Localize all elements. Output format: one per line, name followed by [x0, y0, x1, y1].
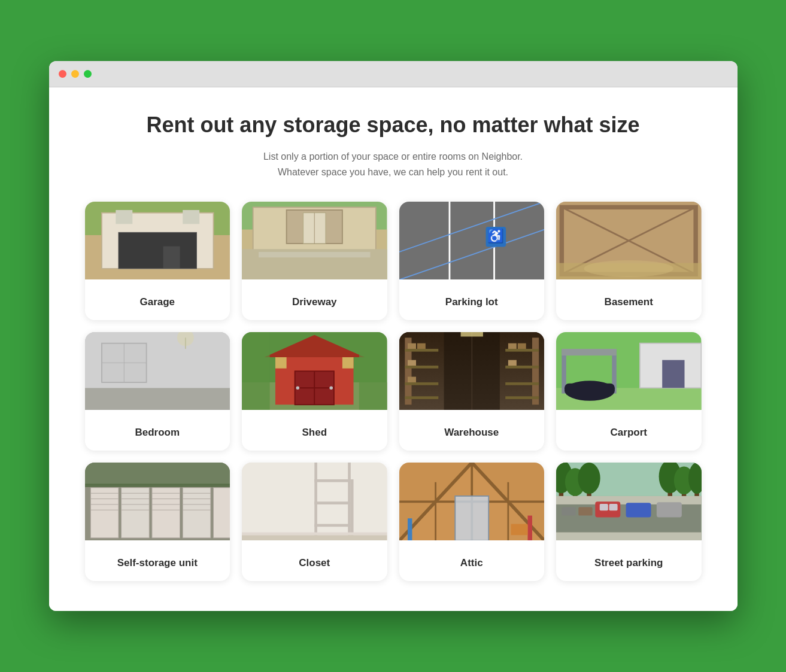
svg-rect-160 [578, 507, 592, 515]
storage-label-closet: Closet [242, 546, 387, 581]
storage-image-warehouse [399, 332, 545, 416]
storage-type-grid: Garage Driveway ♿ Parking lot Basement [85, 202, 702, 581]
svg-rect-92 [85, 484, 230, 487]
storage-image-parking-lot: ♿ [399, 202, 545, 285]
svg-rect-71 [417, 343, 425, 348]
storage-card-street-parking[interactable]: Street parking [556, 463, 702, 581]
svg-rect-57 [359, 332, 387, 411]
storage-image-self-storage-unit [85, 463, 230, 546]
svg-rect-18 [259, 252, 371, 257]
storage-label-shed: Shed [242, 416, 387, 451]
svg-rect-132 [455, 496, 488, 541]
svg-rect-19 [399, 202, 544, 280]
storage-label-self-storage-unit: Self-storage unit [85, 546, 230, 581]
storage-label-driveway: Driveway [242, 285, 387, 320]
storage-image-carport [556, 332, 702, 416]
svg-rect-120 [314, 524, 351, 527]
svg-rect-159 [562, 507, 575, 515]
svg-rect-93 [90, 488, 119, 538]
svg-rect-96 [183, 488, 211, 538]
svg-rect-6 [116, 210, 132, 224]
svg-rect-158 [609, 504, 618, 510]
storage-label-carport: Carport [556, 416, 702, 451]
svg-rect-4 [118, 232, 196, 269]
svg-rect-8 [163, 246, 180, 268]
svg-rect-134 [408, 518, 412, 540]
svg-point-55 [329, 386, 333, 390]
storage-image-garage [85, 202, 230, 285]
svg-rect-156 [657, 502, 682, 517]
storage-card-garage[interactable]: Garage [85, 202, 230, 320]
svg-rect-65 [532, 337, 538, 405]
svg-rect-84 [662, 360, 684, 388]
svg-text:♿: ♿ [487, 228, 504, 244]
svg-rect-79 [460, 332, 482, 336]
svg-rect-61 [405, 349, 438, 352]
svg-rect-155 [626, 503, 651, 517]
traffic-light-green[interactable] [84, 70, 92, 78]
storage-card-parking-lot[interactable]: ♿ Parking lot [399, 202, 545, 320]
svg-point-54 [296, 386, 299, 390]
svg-rect-52 [275, 357, 287, 369]
svg-rect-153 [556, 532, 701, 540]
storage-card-basement[interactable]: Basement [556, 202, 702, 320]
storage-label-garage: Garage [85, 285, 230, 320]
svg-rect-74 [508, 343, 516, 348]
svg-rect-62 [405, 366, 438, 369]
storage-card-carport[interactable]: Carport [556, 332, 702, 451]
svg-rect-56 [242, 332, 270, 411]
svg-rect-123 [242, 532, 387, 535]
storage-image-driveway [242, 202, 387, 285]
svg-rect-73 [408, 376, 416, 382]
svg-rect-87 [562, 349, 616, 355]
svg-rect-97 [213, 488, 230, 538]
browser-titlebar [49, 61, 738, 87]
browser-content: Rent out any storage space, no matter wh… [49, 87, 738, 610]
page-title: Rent out any storage space, no matter wh… [85, 111, 702, 138]
page-subtitle: List only a portion of your space or ent… [85, 149, 702, 180]
storage-label-basement: Basement [556, 285, 702, 320]
svg-rect-89 [565, 383, 615, 393]
svg-rect-95 [151, 488, 180, 538]
storage-card-bedroom[interactable]: Bedroom [85, 332, 230, 451]
svg-rect-76 [508, 360, 516, 365]
storage-card-self-storage-unit[interactable]: Self-storage unit [85, 463, 230, 581]
svg-rect-66 [505, 349, 539, 352]
storage-image-basement [556, 202, 702, 285]
traffic-light-yellow[interactable] [71, 70, 79, 78]
svg-point-34 [584, 260, 673, 277]
storage-image-shed [242, 332, 387, 416]
page-header: Rent out any storage space, no matter wh… [85, 111, 702, 180]
svg-rect-118 [314, 479, 351, 482]
svg-rect-72 [408, 360, 416, 365]
browser-window: Rent out any storage space, no matter wh… [49, 61, 738, 610]
storage-card-warehouse[interactable]: Warehouse [399, 332, 545, 451]
storage-image-closet [242, 463, 387, 546]
svg-rect-119 [314, 501, 351, 504]
svg-rect-67 [505, 366, 539, 369]
svg-rect-136 [511, 524, 527, 535]
svg-rect-7 [183, 210, 199, 224]
svg-rect-121 [351, 479, 354, 541]
storage-image-bedroom [85, 332, 230, 416]
svg-rect-122 [242, 535, 387, 540]
svg-rect-36 [85, 388, 230, 410]
storage-image-attic [399, 463, 545, 546]
svg-point-144 [578, 463, 600, 494]
svg-rect-70 [408, 343, 416, 348]
traffic-light-red[interactable] [59, 70, 66, 78]
storage-card-closet[interactable]: Closet [242, 463, 387, 581]
storage-label-bedroom: Bedroom [85, 416, 230, 451]
svg-rect-75 [517, 343, 526, 348]
svg-rect-68 [505, 382, 539, 385]
storage-card-driveway[interactable]: Driveway [242, 202, 387, 320]
svg-rect-69 [505, 396, 539, 399]
storage-label-warehouse: Warehouse [399, 416, 545, 451]
svg-rect-53 [342, 357, 354, 369]
storage-label-street-parking: Street parking [556, 546, 702, 581]
storage-card-shed[interactable]: Shed [242, 332, 387, 451]
svg-rect-64 [405, 396, 438, 399]
svg-rect-63 [405, 382, 438, 385]
storage-card-attic[interactable]: Attic [399, 463, 545, 581]
storage-image-street-parking [556, 463, 702, 546]
